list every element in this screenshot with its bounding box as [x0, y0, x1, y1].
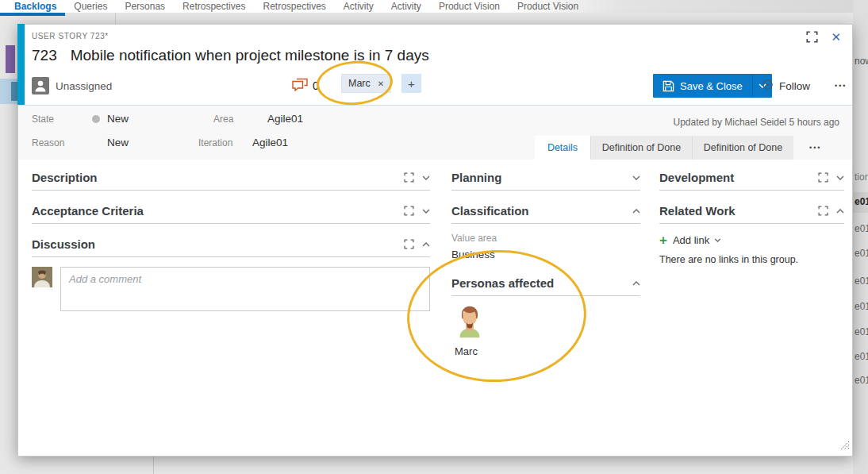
persona-name: Marc: [455, 345, 640, 357]
background-selected-cell: e01: [855, 196, 868, 207]
classification-heading: Classification: [451, 204, 529, 218]
section-development[interactable]: Development: [659, 171, 844, 191]
chevron-down-icon: [714, 238, 721, 242]
add-link-label: Add link: [673, 234, 709, 246]
reason-field-label: Reason: [32, 137, 92, 148]
background-row-cell: e01: [855, 223, 868, 234]
nav-tab-backlogs[interactable]: Backlogs: [0, 0, 65, 16]
discussion-heading: Discussion: [32, 237, 95, 251]
fullscreen-icon[interactable]: [818, 206, 828, 216]
nav-tab-retrospectives-1[interactable]: Retrospectives: [174, 0, 254, 12]
fullscreen-icon[interactable]: [818, 172, 828, 183]
add-tag-button[interactable]: +: [401, 74, 421, 93]
add-link-button[interactable]: + Add link: [659, 234, 844, 246]
background-row-cell: e01: [855, 276, 868, 287]
follow-button[interactable]: Follow: [762, 74, 810, 98]
dialog-toolbar: Unassigned 0 Marc ✕ + Save & Close: [32, 74, 839, 98]
assignee-name: Unassigned: [56, 80, 112, 92]
chevron-down-icon[interactable]: [422, 209, 430, 214]
area-field-value[interactable]: Agile01: [267, 113, 303, 125]
nav-tab-product-vision-2[interactable]: Product Vision: [509, 0, 587, 12]
work-item-id: 723: [32, 47, 57, 64]
state-color-dot: [92, 115, 100, 123]
persona-avatar: [451, 329, 488, 342]
more-actions-icon[interactable]: •••: [835, 82, 847, 90]
section-personas-affected[interactable]: Personas affected: [451, 276, 640, 296]
current-user-avatar: [32, 267, 52, 287]
nav-tab-personas[interactable]: Personas: [116, 0, 174, 12]
assignee-picker[interactable]: Unassigned: [32, 74, 112, 98]
nav-tab-queries[interactable]: Queries: [65, 0, 116, 12]
background-selected-row: e01: [853, 192, 868, 213]
reason-field-value[interactable]: New: [107, 137, 129, 148]
chevron-down-icon[interactable]: [836, 175, 844, 180]
nav-tab-activity-1[interactable]: Activity: [335, 0, 382, 12]
discussion-count-button[interactable]: 0: [292, 74, 319, 98]
section-planning[interactable]: Planning: [451, 171, 640, 191]
tab-definition-of-done-1[interactable]: Definition of Done: [590, 136, 692, 160]
save-button-label: Save & Close: [680, 80, 743, 92]
state-and-tabs-panel: State New Area Agile01 Reason New Iterat…: [18, 106, 852, 160]
tab-details[interactable]: Details: [535, 136, 590, 160]
background-divider: [115, 13, 116, 24]
save-and-close-button[interactable]: Save & Close: [653, 74, 752, 98]
section-classification[interactable]: Classification: [451, 204, 640, 224]
background-row-cell: e01: [855, 351, 868, 362]
work-item-title[interactable]: Mobile notification when project milesto…: [71, 47, 429, 64]
chevron-up-icon[interactable]: [632, 209, 640, 214]
resize-grip[interactable]: [839, 439, 850, 453]
more-tabs-icon[interactable]: •••: [809, 144, 821, 152]
follow-label: Follow: [779, 80, 810, 92]
background-peek-text: now: [855, 56, 868, 67]
fullscreen-icon[interactable]: [404, 206, 414, 216]
background-column-divider: [153, 457, 154, 474]
person-icon: [32, 77, 49, 94]
acceptance-criteria-heading: Acceptance Criteria: [32, 204, 144, 218]
state-field-value[interactable]: New: [92, 113, 129, 125]
background-column-header-fragment: tion: [855, 171, 868, 183]
chevron-up-icon[interactable]: [632, 281, 640, 286]
section-acceptance-criteria[interactable]: Acceptance Criteria: [32, 204, 430, 224]
maximize-icon[interactable]: [806, 31, 818, 43]
section-description[interactable]: Description: [32, 171, 430, 191]
no-links-message: There are no links in this group.: [659, 254, 844, 265]
section-related-work[interactable]: Related Work: [659, 204, 844, 224]
background-row-cell: e01: [855, 301, 868, 312]
tag-label: Marc: [348, 78, 371, 89]
background-feature-bar: [6, 45, 15, 73]
last-updated-text[interactable]: Updated by Michael Seidel 5 hours ago: [674, 117, 839, 128]
fullscreen-icon[interactable]: [404, 239, 414, 249]
background-row-cell: e01: [855, 326, 868, 337]
tag-remove-icon[interactable]: ✕: [378, 79, 384, 88]
top-nav: Backlogs Queries Personas Retrospectives…: [0, 0, 868, 13]
value-area-value[interactable]: Business: [451, 249, 640, 260]
chevron-up-icon[interactable]: [422, 242, 430, 247]
chevron-up-icon[interactable]: [836, 209, 844, 214]
close-icon[interactable]: ✕: [831, 31, 841, 43]
work-item-title-row[interactable]: 723 Mobile notification when project mil…: [32, 47, 429, 64]
comment-input[interactable]: [60, 267, 430, 311]
user-story-color-stripe: [17, 24, 25, 105]
nav-tab-product-vision-1[interactable]: Product Vision: [430, 0, 509, 12]
background-backlog-strip: now tion e01 e01 e01 e01 e01 e01 e01 e01: [853, 0, 868, 474]
nav-tab-activity-2[interactable]: Activity: [382, 0, 430, 12]
value-area-label: Value area: [451, 233, 640, 244]
work-item-type-label: USER STORY 723*: [32, 32, 109, 40]
related-work-heading: Related Work: [659, 204, 735, 218]
section-discussion[interactable]: Discussion: [32, 237, 430, 257]
state-field-label: State: [32, 114, 92, 125]
nav-tab-retrospectives-2[interactable]: Retrospectives: [254, 0, 334, 12]
chevron-down-icon[interactable]: [632, 175, 640, 180]
iteration-field-value[interactable]: Agile01: [252, 137, 288, 148]
save-icon: [663, 80, 674, 92]
tab-definition-of-done-2[interactable]: Definition of Done: [692, 136, 793, 160]
add-link-plus-icon: +: [659, 235, 667, 246]
persona-card-marc[interactable]: Marc: [451, 303, 640, 357]
iteration-field-label: Iteration: [198, 137, 252, 148]
tag-marc[interactable]: Marc ✕: [341, 74, 391, 93]
background-row-cell: e01: [855, 248, 868, 259]
follow-icon: [762, 79, 774, 94]
fullscreen-icon[interactable]: [404, 172, 414, 183]
plus-icon: +: [408, 77, 415, 91]
chevron-down-icon[interactable]: [422, 175, 430, 180]
